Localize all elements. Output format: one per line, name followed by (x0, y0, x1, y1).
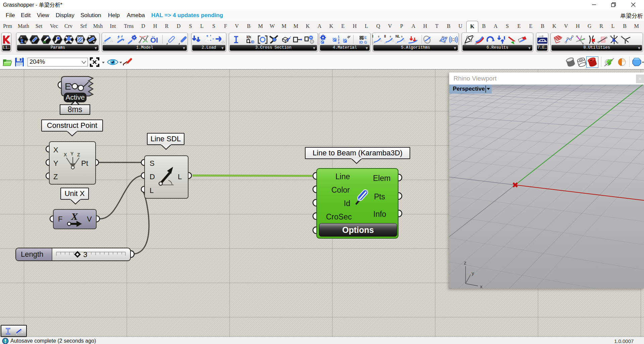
svg-text:Y: Y (70, 152, 74, 156)
svg-text:X: X (71, 211, 78, 222)
svg-text:z: z (464, 260, 467, 265)
svg-text:3: 3 (338, 41, 339, 44)
svg-text:Z: Z (77, 152, 80, 157)
svg-text:ID: ID (359, 40, 363, 44)
svg-text:ÖI: ÖI (150, 36, 158, 44)
svg-text:ID: ID (251, 40, 254, 44)
svg-text:G: G (364, 40, 367, 44)
svg-text:I(h: I(h (247, 35, 251, 39)
svg-text:y: y (472, 270, 474, 276)
svg-text:NL: NL (395, 35, 400, 38)
svg-text:II: II (384, 35, 386, 38)
svg-text:X: X (64, 152, 67, 157)
svg-text:B: B (24, 40, 27, 43)
svg-text:A: A (20, 36, 22, 39)
svg-text:I: I (372, 35, 373, 38)
svg-text:x: x (480, 284, 483, 289)
svg-text:E: E (65, 81, 71, 92)
svg-text:E: E (364, 36, 367, 40)
svg-text:3: 3 (83, 250, 87, 259)
